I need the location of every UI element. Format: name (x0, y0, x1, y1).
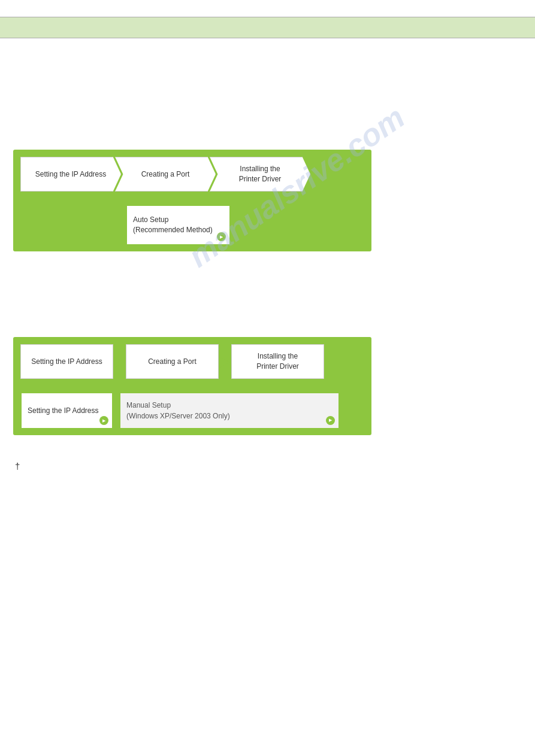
diagram1-step3: Installing the Printer Driver (210, 157, 310, 192)
diagram2-step1: Setting the IP Address (20, 344, 113, 379)
diagram1-autosetup-play-icon[interactable]: ▶ (217, 232, 226, 241)
diagram2-manualsetup-play-icon[interactable]: ▶ (326, 416, 335, 425)
diagram2-sub-row: Setting the IP Address ▶ Manual Setup (W… (13, 386, 371, 435)
diagram2-steps-row: Setting the IP Address ▶ Creating a Port… (13, 337, 371, 386)
diagram1: Setting the IP Address Creating a Port I… (13, 150, 371, 251)
diagram2-step3: Installing the Printer Driver (231, 344, 324, 379)
diagram2-arrow1: ▶ (114, 354, 125, 369)
diagram2-manualsetup-box[interactable]: Manual Setup (Windows XP/Server 2003 Onl… (119, 392, 340, 429)
diagram2-ip-box[interactable]: Setting the IP Address ▶ (20, 392, 113, 429)
diagram1-step1: Setting the IP Address (20, 157, 121, 192)
diagram2-ip-play-icon[interactable]: ▶ (99, 416, 108, 425)
diagram1-autosetup-box[interactable]: Auto Setup (Recommended Method) ▶ (126, 205, 231, 245)
header-bar (0, 17, 535, 38)
diagram1-steps-row: Setting the IP Address Creating a Port I… (13, 150, 371, 199)
diagram1-step2: Creating a Port (115, 157, 216, 192)
diagram2-step2: Creating a Port (126, 344, 219, 379)
diagram2-arrow2: ▶ (220, 354, 230, 369)
diagram1-sub-row: Auto Setup (Recommended Method) ▶ (13, 199, 371, 251)
dagger-symbol: † (15, 461, 20, 471)
diagram2: Setting the IP Address ▶ Creating a Port… (13, 337, 371, 435)
